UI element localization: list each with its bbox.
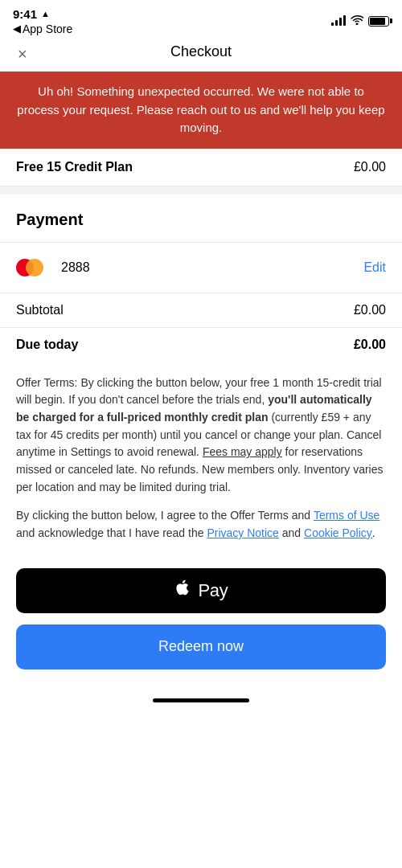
mastercard-icon: [16, 256, 51, 280]
apple-logo-icon: [174, 579, 191, 601]
buttons-section: Pay Redeem now: [0, 555, 402, 686]
status-icons: [331, 15, 389, 27]
back-button[interactable]: ◀ App Store: [13, 23, 72, 35]
fees-may-apply: Fees may apply: [203, 445, 282, 458]
offer-terms-paragraph1: Offer Terms: By clicking the button belo…: [16, 375, 386, 497]
due-today-row: Due today £0.00: [0, 327, 402, 362]
offer-terms: Offer Terms: By clicking the button belo…: [0, 362, 402, 555]
plan-price: £0.00: [354, 160, 386, 174]
header: × Checkout: [0, 35, 402, 72]
plan-row: Free 15 Credit Plan £0.00: [0, 149, 402, 186]
home-bar: [153, 698, 249, 702]
offer-terms-and2: and: [279, 526, 304, 539]
close-button[interactable]: ×: [14, 43, 31, 65]
home-indicator: [0, 686, 402, 710]
cookie-policy-link[interactable]: Cookie Policy: [304, 526, 372, 539]
offer-terms-paragraph2: By clicking the button below, I agree to…: [16, 507, 386, 542]
location-arrow-icon: ▲: [41, 9, 50, 18]
card-row: 2888 Edit: [0, 243, 402, 293]
status-left: 9:41 ▲ ◀ App Store: [13, 7, 72, 35]
subtotal-row: Subtotal £0.00: [0, 293, 402, 327]
due-today-value: £0.00: [354, 338, 386, 352]
subtotal-value: £0.00: [354, 303, 386, 317]
terms-of-use-link[interactable]: Terms of Use: [314, 509, 379, 522]
back-chevron-icon: ◀: [13, 23, 21, 35]
redeem-now-button[interactable]: Redeem now: [16, 624, 386, 669]
apple-pay-button[interactable]: Pay: [16, 568, 386, 613]
time-label: 9:41: [13, 7, 37, 21]
card-last4: 2888: [61, 260, 90, 275]
due-today-label: Due today: [16, 338, 78, 352]
offer-terms-period: .: [372, 526, 375, 539]
plan-name: Free 15 Credit Plan: [16, 160, 133, 174]
battery-icon: [368, 16, 389, 27]
error-message: Uh oh! Something unexpected occurred. We…: [17, 84, 384, 134]
back-label: App Store: [23, 23, 72, 35]
error-banner: Uh oh! Something unexpected occurred. We…: [0, 72, 402, 149]
subtotal-label: Subtotal: [16, 303, 64, 317]
privacy-notice-link[interactable]: Privacy Notice: [207, 526, 278, 539]
payment-section-title: Payment: [16, 211, 386, 229]
status-time: 9:41 ▲: [13, 7, 50, 21]
status-bar: 9:41 ▲ ◀ App Store: [0, 0, 402, 35]
page-title: Checkout: [170, 43, 232, 60]
signal-icon: [331, 16, 346, 26]
redeem-label: Redeem now: [158, 638, 244, 654]
card-info: 2888: [16, 256, 90, 280]
apple-pay-label: Pay: [198, 580, 228, 601]
offer-terms-agree-intro: By clicking the button below, I agree to…: [16, 509, 314, 522]
payment-section: Payment: [0, 194, 402, 229]
offer-terms-and: and acknowledge that I have read the: [16, 526, 207, 539]
wifi-icon: [351, 15, 363, 27]
edit-payment-button[interactable]: Edit: [363, 260, 386, 275]
